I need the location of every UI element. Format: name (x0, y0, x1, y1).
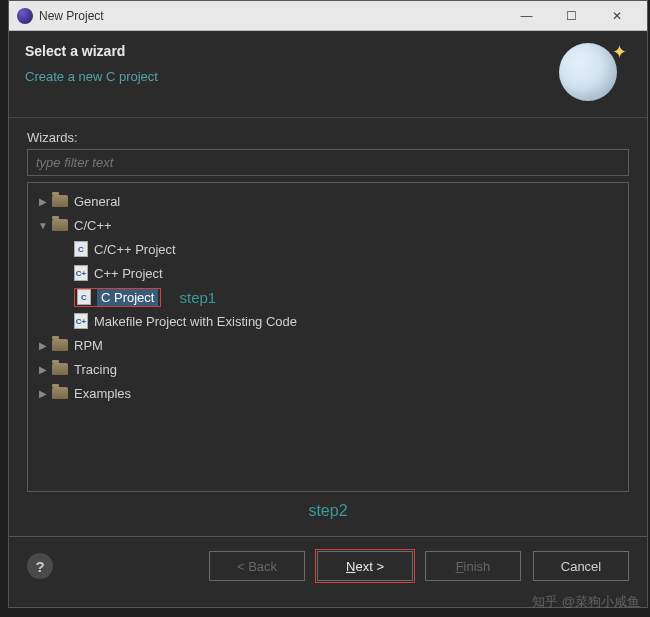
window-title: New Project (39, 9, 504, 23)
tree-item-ccpp-project[interactable]: C C/C++ Project (32, 237, 624, 261)
tree-item-tracing[interactable]: ▶ Tracing (32, 357, 624, 381)
folder-icon (52, 219, 68, 231)
folder-icon (52, 387, 68, 399)
tree-item-ccpp[interactable]: ▼ C/C++ (32, 213, 624, 237)
cpp-file-icon: C+ (74, 265, 88, 281)
cpp-file-icon: C+ (74, 313, 88, 329)
watermark: 知乎 @菜狗小咸鱼 (532, 593, 640, 611)
c-file-icon: C (77, 289, 91, 305)
tree-item-examples[interactable]: ▶ Examples (32, 381, 624, 405)
chevron-right-icon: ▶ (36, 196, 50, 207)
chevron-right-icon: ▶ (36, 340, 50, 351)
wizard-icon: ✦ (559, 43, 631, 103)
tree-item-rpm[interactable]: ▶ RPM (32, 333, 624, 357)
close-button[interactable]: ✕ (594, 2, 639, 30)
chevron-down-icon: ▼ (36, 220, 50, 231)
next-button[interactable]: Next > (317, 551, 413, 581)
button-bar: ? < Back Next > Finish Cancel (9, 537, 647, 595)
back-button[interactable]: < Back (209, 551, 305, 581)
c-file-icon: C (74, 241, 88, 257)
finish-button[interactable]: Finish (425, 551, 521, 581)
dialog-header: Select a wizard Create a new C project ✦ (9, 31, 647, 118)
maximize-button[interactable]: ☐ (549, 2, 594, 30)
help-button[interactable]: ? (27, 553, 53, 579)
tree-item-cpp-project[interactable]: C+ C++ Project (32, 261, 624, 285)
wizard-tree[interactable]: ▶ General ▼ C/C++ C C/C++ Project C+ C++… (27, 182, 629, 492)
chevron-right-icon: ▶ (36, 364, 50, 375)
chevron-right-icon: ▶ (36, 388, 50, 399)
eclipse-app-icon (17, 8, 33, 24)
wizards-label: Wizards: (27, 130, 629, 145)
folder-icon (52, 363, 68, 375)
titlebar: New Project — ☐ ✕ (9, 1, 647, 31)
annotation-step2: step2 (27, 502, 629, 520)
filter-input[interactable] (27, 149, 629, 176)
cancel-button[interactable]: Cancel (533, 551, 629, 581)
page-title: Select a wizard (25, 43, 559, 59)
tree-item-c-project[interactable]: C C Project step1 (32, 285, 624, 309)
annotation-step1: step1 (179, 289, 216, 306)
folder-icon (52, 339, 68, 351)
tree-item-makefile-project[interactable]: C+ Makefile Project with Existing Code (32, 309, 624, 333)
minimize-button[interactable]: — (504, 2, 549, 30)
folder-icon (52, 195, 68, 207)
page-subtitle: Create a new C project (25, 69, 559, 84)
tree-item-general[interactable]: ▶ General (32, 189, 624, 213)
